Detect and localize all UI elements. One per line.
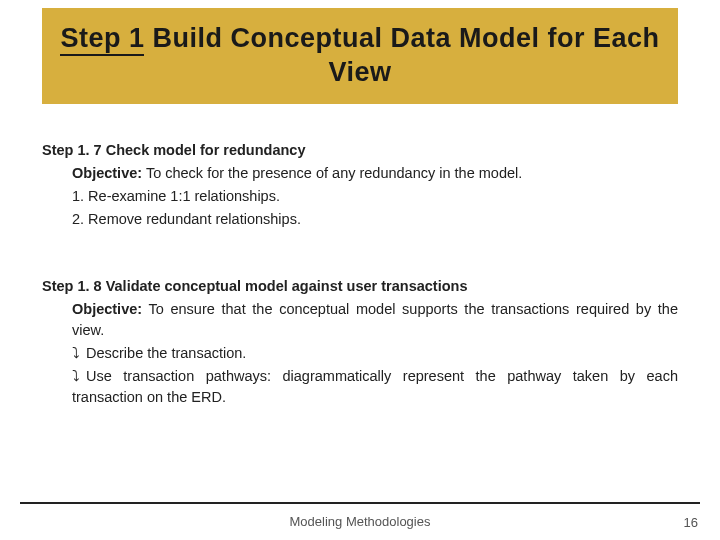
slide-body: Step 1. 7 Check model for redundancy Obj… <box>42 140 678 408</box>
footer-rule <box>20 502 700 504</box>
title-underlined: Step 1 <box>60 23 144 56</box>
title-band: Step 1 Build Conceptual Data Model for E… <box>42 8 678 104</box>
heading-prefix: Step 1. 8 <box>42 278 106 294</box>
objective-line: Objective: To ensure that the conceptual… <box>42 299 678 341</box>
list-item: ⤵Describe the transaction. <box>42 343 678 364</box>
heading-prefix: Step 1. 7 <box>42 142 106 158</box>
item-text: Use transaction pathways: diagrammatical… <box>72 368 678 405</box>
heading-text: Validate conceptual model against user t… <box>106 278 468 294</box>
slide-title: Step 1 Build Conceptual Data Model for E… <box>42 22 678 90</box>
section-heading: Step 1. 7 Check model for redundancy <box>42 140 678 161</box>
title-rest: Build Conceptual Data Model for Each Vie… <box>144 23 659 87</box>
item-text: Describe the transaction. <box>86 345 246 361</box>
footer-text: Modeling Methodologies <box>0 510 720 532</box>
arrow-bullet-icon: ⤵ <box>72 343 86 364</box>
objective-label: Objective: <box>72 165 142 181</box>
section-gap <box>42 230 678 276</box>
objective-text: To check for the presence of any redunda… <box>142 165 522 181</box>
item-text: 2. Remove redundant relationships. <box>72 211 301 227</box>
list-item: 2. Remove redundant relationships. <box>42 209 678 230</box>
section-1: Step 1. 7 Check model for redundancy Obj… <box>42 140 678 230</box>
objective-text: To ensure that the conceptual model supp… <box>72 301 678 338</box>
objective-line: Objective: To check for the presence of … <box>42 163 678 184</box>
heading-text: Check model for redundancy <box>106 142 306 158</box>
section-heading: Step 1. 8 Validate conceptual model agai… <box>42 276 678 297</box>
section-2: Step 1. 8 Validate conceptual model agai… <box>42 276 678 408</box>
page-number: 16 <box>684 515 698 530</box>
objective-label: Objective: <box>72 301 142 317</box>
list-item: ⤵Use transaction pathways: diagrammatica… <box>42 366 678 408</box>
item-text: 1. Re-examine 1:1 relationships. <box>72 188 280 204</box>
list-item: 1. Re-examine 1:1 relationships. <box>42 186 678 207</box>
arrow-bullet-icon: ⤵ <box>72 366 86 387</box>
slide: Step 1 Build Conceptual Data Model for E… <box>0 0 720 540</box>
